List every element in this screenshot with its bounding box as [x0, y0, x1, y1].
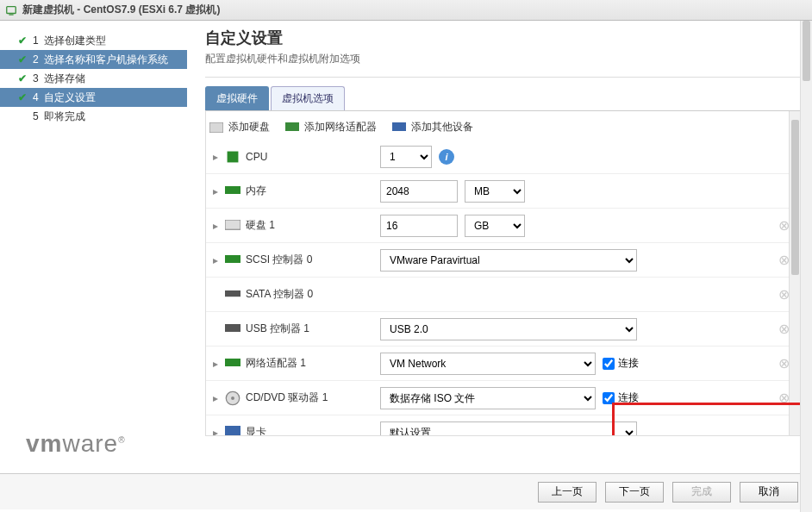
step-1[interactable]: ✔1选择创建类型: [0, 31, 187, 50]
expand-icon[interactable]: ▸: [211, 427, 220, 436]
usb-icon: [225, 323, 240, 335]
hdd-icon: [225, 220, 240, 232]
next-button[interactable]: 下一页: [605, 482, 664, 503]
cdrom-icon: [225, 392, 240, 404]
disk-size-input[interactable]: [380, 215, 458, 237]
scsi-select[interactable]: VMware Paravirtual: [380, 249, 637, 272]
info-icon[interactable]: i: [439, 149, 454, 165]
tab-options[interactable]: 虚拟机选项: [271, 86, 345, 110]
cpu-icon: [225, 151, 240, 163]
nic-select[interactable]: VM Network: [380, 353, 596, 375]
svg-rect-7: [225, 220, 240, 229]
finish-button: 完成: [672, 482, 731, 503]
check-icon: ✔: [17, 34, 28, 47]
gpu-icon: [225, 427, 240, 436]
add-nic-button[interactable]: 添加网络适配器: [285, 120, 377, 134]
step-3[interactable]: ✔3选择存储: [0, 69, 187, 88]
check-icon: ✔: [17, 72, 28, 84]
nic-icon: [225, 358, 240, 370]
expand-icon[interactable]: ▸: [211, 220, 220, 232]
wizard-sidebar: ✔1选择创建类型 ✔2选择名称和客户机操作系统 ✔3选择存储 ✔4自定义设置 5…: [0, 21, 188, 473]
sata-icon: [225, 289, 240, 301]
svg-rect-6: [225, 186, 240, 194]
hardware-toolbar: 添加硬盘 添加网络适配器 添加其他设备: [206, 111, 801, 140]
row-sata: ▸SATA 控制器 0 ⊗: [206, 278, 801, 312]
panel-scrollbar[interactable]: [789, 111, 801, 435]
row-nic: ▸网络适配器 1 VM Network连接 ⊗: [206, 347, 801, 381]
svg-rect-1: [9, 14, 13, 15]
hardware-panel: 添加硬盘 添加网络适配器 添加其他设备 ▸CPU 1i ▸内存 MB ▸硬盘 1: [205, 110, 802, 436]
row-usb: ▸USB 控制器 1 USB 2.0 ⊗: [206, 312, 801, 347]
row-scsi: ▸SCSI 控制器 0 VMware Paravirtual ⊗: [206, 243, 801, 278]
svg-rect-4: [392, 122, 406, 131]
cdrom-select[interactable]: 数据存储 ISO 文件: [380, 387, 596, 409]
hdd-icon: [209, 122, 223, 134]
memory-unit-select[interactable]: MB: [465, 180, 525, 203]
svg-rect-8: [225, 255, 240, 263]
wizard-footer: 上一页 下一页 完成 取消: [0, 473, 812, 509]
tab-hardware[interactable]: 虚拟硬件: [205, 86, 269, 110]
row-gpu: ▸显卡 默认设置: [206, 415, 801, 435]
page-subtitle: 配置虚拟机硬件和虚拟机附加选项: [205, 52, 802, 66]
window-scrollbar[interactable]: [800, 21, 812, 512]
step-5[interactable]: 5即将完成: [0, 107, 187, 126]
svg-rect-14: [225, 426, 240, 435]
svg-rect-11: [225, 359, 240, 366]
divider: [205, 77, 802, 78]
cdrom-connect-checkbox[interactable]: 连接: [603, 390, 639, 405]
usb-select[interactable]: USB 2.0: [380, 318, 637, 340]
nic-icon: [285, 122, 299, 134]
add-other-button[interactable]: 添加其他设备: [392, 120, 473, 134]
memory-input[interactable]: [380, 180, 458, 203]
expand-icon[interactable]: ▸: [211, 358, 220, 370]
svg-rect-9: [225, 290, 240, 297]
svg-rect-2: [209, 122, 223, 133]
cpu-select[interactable]: 1: [380, 146, 432, 168]
row-disk: ▸硬盘 1 GB ⊗: [206, 209, 801, 243]
tabs: 虚拟硬件 虚拟机选项: [205, 86, 802, 110]
vmware-logo: vmware®: [26, 430, 126, 458]
svg-point-13: [231, 396, 234, 400]
expand-icon[interactable]: ▸: [211, 392, 220, 404]
window-title: 新建虚拟机 - CentOS7.9 (ESXi 6.7 虚拟机): [22, 3, 220, 17]
titlebar: 新建虚拟机 - CentOS7.9 (ESXi 6.7 虚拟机): [0, 0, 812, 21]
check-icon: ✔: [17, 91, 28, 103]
expand-icon[interactable]: ▸: [211, 254, 220, 266]
cancel-button[interactable]: 取消: [740, 482, 798, 503]
row-cpu: ▸CPU 1i: [206, 140, 801, 174]
svg-rect-3: [285, 122, 299, 131]
add-disk-button[interactable]: 添加硬盘: [209, 120, 270, 134]
svg-rect-5: [228, 151, 239, 162]
device-icon: [392, 122, 406, 134]
scsi-icon: [225, 254, 240, 266]
memory-icon: [225, 185, 240, 197]
svg-rect-10: [225, 324, 240, 332]
nic-connect-checkbox[interactable]: 连接: [603, 356, 639, 371]
row-memory: ▸内存 MB: [206, 174, 801, 209]
step-2[interactable]: ✔2选择名称和客户机操作系统: [0, 50, 187, 69]
disk-unit-select[interactable]: GB: [465, 215, 525, 237]
check-icon: [17, 110, 28, 122]
step-4[interactable]: ✔4自定义设置: [0, 88, 187, 107]
row-cdrom: ▸CD/DVD 驱动器 1 数据存储 ISO 文件连接 ⊗: [206, 381, 801, 415]
expand-icon[interactable]: ▸: [211, 185, 220, 197]
svg-rect-0: [7, 6, 16, 13]
main-panel: 自定义设置 配置虚拟机硬件和虚拟机附加选项 虚拟硬件 虚拟机选项 添加硬盘 添加…: [188, 21, 812, 473]
prev-button[interactable]: 上一页: [538, 482, 597, 503]
check-icon: ✔: [17, 53, 28, 66]
gpu-select[interactable]: 默认设置: [380, 421, 637, 436]
page-heading: 自定义设置: [205, 28, 802, 48]
vm-icon: [5, 4, 17, 16]
expand-icon[interactable]: ▸: [211, 151, 220, 163]
